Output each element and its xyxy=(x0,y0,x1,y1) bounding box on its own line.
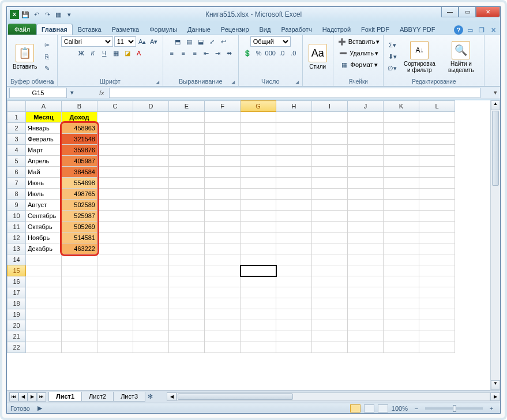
cell-F3[interactable] xyxy=(205,134,241,145)
cell-C4[interactable] xyxy=(97,145,133,156)
cell-E16[interactable] xyxy=(169,276,205,287)
cell-G12[interactable] xyxy=(241,232,276,243)
cell-A13[interactable]: Декабрь xyxy=(26,243,62,254)
find-select-button[interactable]: 🔍 Найти и выделить xyxy=(441,40,480,74)
cell-L4[interactable] xyxy=(419,145,455,156)
cell-L16[interactable] xyxy=(419,276,455,287)
cell-F18[interactable] xyxy=(205,298,241,309)
cell-L15[interactable] xyxy=(419,265,455,276)
cell-I4[interactable] xyxy=(312,145,348,156)
cell-D21[interactable] xyxy=(133,331,169,342)
launcher-icon[interactable]: ◢ xyxy=(156,80,159,85)
cell-L8[interactable] xyxy=(419,189,455,200)
close-button[interactable]: ✕ xyxy=(476,7,500,17)
cell-J16[interactable] xyxy=(348,276,384,287)
cell-F21[interactable] xyxy=(205,331,241,342)
cell-F14[interactable] xyxy=(205,254,241,265)
cell-H7[interactable] xyxy=(276,178,312,189)
col-header-F[interactable]: F xyxy=(205,101,241,112)
cell-E2[interactable] xyxy=(169,123,205,134)
cell-A16[interactable] xyxy=(26,276,62,287)
cell-G5[interactable] xyxy=(241,156,276,167)
align-center-icon[interactable]: ≡ xyxy=(178,48,189,58)
cell-G3[interactable] xyxy=(241,134,276,145)
cell-G7[interactable] xyxy=(241,178,276,189)
tab-nav-next-icon[interactable]: ▶ xyxy=(28,392,37,402)
align-bottom-icon[interactable]: ⬓ xyxy=(196,36,206,47)
cell-F22[interactable] xyxy=(205,342,241,353)
cell-D20[interactable] xyxy=(133,320,169,331)
row-header-14[interactable]: 14 xyxy=(7,254,26,265)
cell-L13[interactable] xyxy=(419,243,455,254)
cell-J6[interactable] xyxy=(348,167,384,178)
cell-G17[interactable] xyxy=(241,287,276,298)
cell-E15[interactable] xyxy=(169,265,205,276)
macro-record-icon[interactable]: ▶ xyxy=(35,403,45,414)
cell-D11[interactable] xyxy=(133,222,169,232)
increase-indent-icon[interactable]: ⇥ xyxy=(213,48,223,58)
scroll-right-icon[interactable]: ▶ xyxy=(490,392,500,401)
cell-K17[interactable] xyxy=(384,287,419,298)
font-size-combo[interactable]: 11 xyxy=(114,36,136,47)
normal-view-button[interactable] xyxy=(350,404,360,412)
cell-K3[interactable] xyxy=(384,134,419,145)
minimize-ribbon-icon[interactable]: ▭ xyxy=(465,25,475,35)
save-icon[interactable]: 💾 xyxy=(21,10,30,19)
cell-H11[interactable] xyxy=(276,222,312,232)
cell-L22[interactable] xyxy=(419,342,455,353)
cell-F9[interactable] xyxy=(205,200,241,211)
cell-K9[interactable] xyxy=(384,200,419,211)
cell-B18[interactable] xyxy=(62,298,97,309)
bold-icon[interactable]: Ж xyxy=(76,48,87,58)
increase-decimal-icon[interactable]: .0 xyxy=(277,48,287,58)
zoom-in-icon[interactable]: + xyxy=(486,403,497,414)
cell-A14[interactable] xyxy=(26,254,62,265)
cell-C17[interactable] xyxy=(97,287,133,298)
paste-button[interactable]: 📋 Вставить xyxy=(10,43,39,71)
cell-B20[interactable] xyxy=(62,320,97,331)
cell-I10[interactable] xyxy=(312,211,348,222)
cell-K16[interactable] xyxy=(384,276,419,287)
col-header-I[interactable]: I xyxy=(312,101,348,112)
cell-H6[interactable] xyxy=(276,167,312,178)
cell-D4[interactable] xyxy=(133,145,169,156)
underline-icon[interactable]: Ч xyxy=(99,48,110,58)
row-header-5[interactable]: 5 xyxy=(7,156,26,167)
cell-C5[interactable] xyxy=(97,156,133,167)
cell-K7[interactable] xyxy=(384,178,419,189)
cell-A2[interactable]: Январь xyxy=(26,123,62,134)
font-name-combo[interactable]: Calibri xyxy=(61,36,113,47)
cell-A17[interactable] xyxy=(26,287,62,298)
cell-J1[interactable] xyxy=(348,112,384,123)
sort-filter-button[interactable]: A↓ Сортировка и фильтр xyxy=(400,40,439,74)
cell-G13[interactable] xyxy=(241,243,276,254)
cell-K4[interactable] xyxy=(384,145,419,156)
cell-L14[interactable] xyxy=(419,254,455,265)
tab-file[interactable]: Файл xyxy=(8,24,36,35)
cell-B7[interactable]: 554698 xyxy=(62,178,97,189)
sheet-tab-Лист2[interactable]: Лист2 xyxy=(81,392,114,402)
cell-K10[interactable] xyxy=(384,211,419,222)
font-color-icon[interactable]: A xyxy=(134,48,144,58)
align-top-icon[interactable]: ⬒ xyxy=(172,36,183,47)
autosum-icon[interactable]: Σ▾ xyxy=(387,40,397,51)
cell-B6[interactable]: 384584 xyxy=(62,167,97,178)
worksheet-grid[interactable]: ABCDEFGHIJKL1МесяцДоход2Январь4589633Фев… xyxy=(7,100,490,390)
cell-G19[interactable] xyxy=(241,309,276,320)
tab-nav-last-icon[interactable]: ⏭ xyxy=(37,392,46,402)
cell-J8[interactable] xyxy=(348,189,384,200)
zoom-level[interactable]: 100% xyxy=(392,405,408,412)
cell-I12[interactable] xyxy=(312,232,348,243)
cell-J9[interactable] xyxy=(348,200,384,211)
cell-I15[interactable] xyxy=(312,265,348,276)
row-header-7[interactable]: 7 xyxy=(7,178,26,189)
launcher-icon[interactable]: ◢ xyxy=(231,80,235,85)
cell-F19[interactable] xyxy=(205,309,241,320)
cell-D7[interactable] xyxy=(133,178,169,189)
cell-L18[interactable] xyxy=(419,298,455,309)
cell-D8[interactable] xyxy=(133,189,169,200)
cell-A5[interactable]: Апрель xyxy=(26,156,62,167)
page-break-view-button[interactable] xyxy=(378,404,388,412)
cell-A21[interactable] xyxy=(26,331,62,342)
col-header-K[interactable]: K xyxy=(384,101,419,112)
